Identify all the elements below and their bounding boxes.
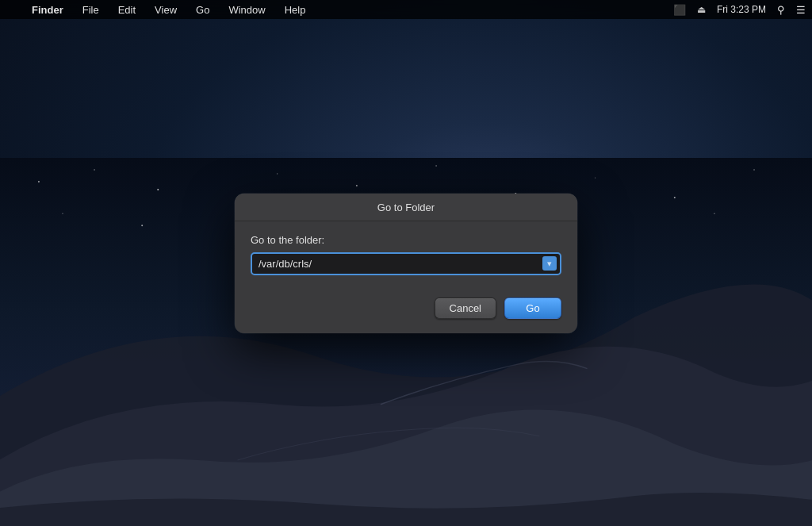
folder-path-input[interactable] <box>251 252 561 275</box>
dialog-buttons: Cancel Go <box>235 290 577 333</box>
dialog-body: Go to the folder: ▾ <box>235 221 577 290</box>
go-to-folder-dialog: Go to Folder Go to the folder: ▾ Cancel … <box>235 194 577 333</box>
cancel-button[interactable]: Cancel <box>435 298 496 319</box>
dialog-title: Go to Folder <box>235 194 577 221</box>
dialog-overlay: Go to Folder Go to the folder: ▾ Cancel … <box>0 0 812 526</box>
desktop: Finder File Edit View Go Window Help ⬛ ⏏… <box>0 0 812 526</box>
folder-input-wrapper: ▾ <box>251 252 561 275</box>
dialog-label: Go to the folder: <box>251 234 561 246</box>
go-button[interactable]: Go <box>504 298 561 319</box>
